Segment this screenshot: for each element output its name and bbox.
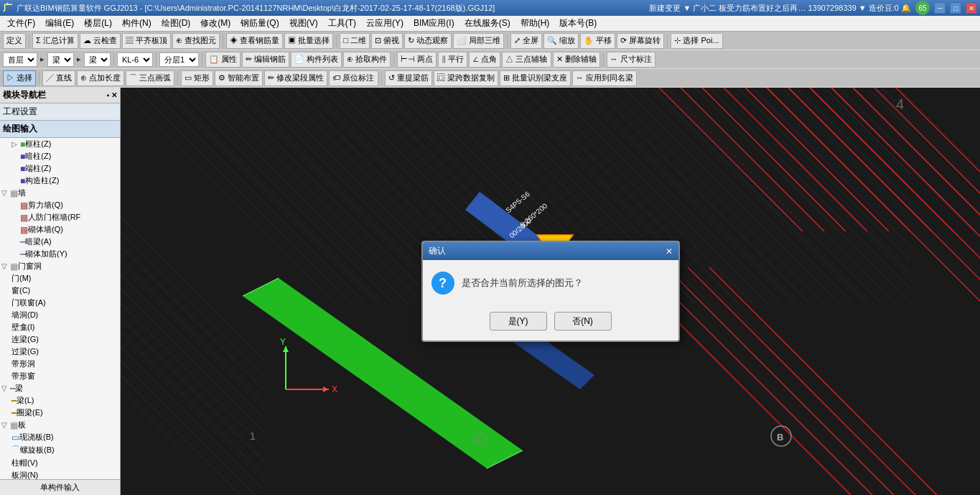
tree-door[interactable]: 门(M)	[0, 272, 120, 284]
menu-layer[interactable]: 楼层(L)	[80, 16, 116, 31]
menu-edit[interactable]: 编辑(E)	[41, 16, 78, 31]
menu-modify[interactable]: 修改(M)	[196, 16, 235, 31]
close-button[interactable]: ✕	[966, 2, 977, 14]
dialog-yes-button[interactable]: 是(Y)	[490, 312, 547, 330]
three-point-aux-button[interactable]: △ 三点辅轴	[502, 52, 551, 68]
view-rebar-button[interactable]: ◈ 查看钢筋量	[226, 33, 283, 49]
apply-same-button[interactable]: ↔ 应用到同名梁	[572, 70, 637, 86]
find-element-button[interactable]: ⊕ 查找图元	[172, 33, 220, 49]
zoom-button[interactable]: 🔍 缩放	[543, 33, 579, 49]
menu-help[interactable]: 帮助(H)	[516, 16, 554, 31]
tree-shear-wall[interactable]: ▩ 剪力墙(Q)	[0, 199, 120, 211]
menu-online[interactable]: 在线服务(S)	[460, 16, 515, 31]
title-bar-right[interactable]: 新建变更 ▼ 广小二 板受力筋布置好之后再… 13907298339 ▼ 造价豆…	[649, 1, 977, 15]
select-button[interactable]: ▷ 选择	[3, 70, 36, 86]
cloud-check-button[interactable]: ☁ 云检查	[80, 33, 121, 49]
tree-niche[interactable]: 壁龛(I)	[0, 321, 120, 333]
tree-beam[interactable]: ━ 梁(L)	[0, 394, 120, 407]
delete-aux-button[interactable]: ✕ 删除辅轴	[553, 52, 600, 68]
screen-rotate-button[interactable]: ⟳ 屏幕旋转	[617, 33, 664, 49]
tree-slab-hole[interactable]: 板洞(N)	[0, 469, 120, 479]
tree-ring-beam[interactable]: ━ 圈梁(E)	[0, 407, 120, 419]
tree-column[interactable]: ▷ ■ 框柱(Z)	[0, 138, 120, 150]
sep-t3b	[177, 72, 178, 85]
type-select[interactable]: 梁	[47, 52, 74, 67]
property-button[interactable]: 📋 属性	[205, 52, 241, 68]
tree-over-beam[interactable]: 过梁(G)	[0, 346, 120, 358]
tree-masonry-rebar[interactable]: ━ 砌体加筋(Y)	[0, 248, 120, 260]
menu-bim[interactable]: BIM应用(I)	[409, 16, 459, 31]
copy-span-button[interactable]: ⿴ 梁跨数据复制	[434, 70, 498, 86]
top-view-button[interactable]: ⊡ 俯视	[371, 33, 403, 49]
tree-slab-section[interactable]: ▽ ▦ 板	[0, 419, 120, 431]
tree-col-cap[interactable]: 柱帽(V)	[0, 457, 120, 469]
tree-hidden-beam[interactable]: ━ 暗梁(A)	[0, 236, 120, 248]
nav-icons[interactable]: ▪ ✕	[107, 91, 117, 99]
parallel-button[interactable]: ∥ 平行	[438, 52, 467, 68]
calculate-button[interactable]: Σ 汇总计算	[32, 33, 78, 49]
dynamic-obs-button[interactable]: ↻ 动态观察	[404, 33, 452, 49]
menu-tools[interactable]: 工具(T)	[324, 16, 360, 31]
2d-button[interactable]: □ 二维	[340, 33, 370, 49]
origin-label-button[interactable]: 🏷 原位标注	[329, 70, 378, 86]
dimension-button[interactable]: ↔ 尺寸标注	[607, 52, 655, 68]
menu-draw[interactable]: 绘图(D)	[157, 16, 195, 31]
batch-select-button[interactable]: ▣ 批量选择	[284, 33, 333, 49]
floor-select[interactable]: 首层	[3, 52, 37, 67]
level-top-button[interactable]: ▤ 平齐板顶	[122, 33, 171, 49]
batch-id-button[interactable]: ⊞ 批量识别梁支座	[500, 70, 571, 86]
sublevel-select[interactable]: 分层1	[159, 52, 199, 67]
tree-door-window[interactable]: ▽ ▦ 门窗洞	[0, 260, 120, 272]
menu-view[interactable]: 视图(V)	[285, 16, 322, 31]
line-button[interactable]: ╱ 直线	[42, 70, 75, 86]
bs-icon: ━	[10, 384, 15, 394]
tree-spiral-slab[interactable]: ⌒ 螺旋板(B)	[0, 443, 120, 457]
menu-steel[interactable]: 钢筋量(Q)	[236, 16, 283, 31]
tree-window[interactable]: 窗(C)	[0, 284, 120, 297]
name-select[interactable]: KL-6	[117, 52, 153, 67]
tree-masonry[interactable]: ▩ 砌体墙(Q)	[0, 223, 120, 236]
dialog-no-button[interactable]: 否(N)	[554, 312, 612, 330]
sep-t2a	[113, 53, 114, 66]
smart-layout-button[interactable]: ⚙ 智能布置	[215, 70, 263, 86]
tree-wall-hole[interactable]: 墙洞(D)	[0, 309, 120, 321]
fullscreen-button[interactable]: ⤢ 全屏	[510, 33, 542, 49]
tree-strip-window[interactable]: 带形窗	[0, 370, 120, 382]
arc-button[interactable]: ⌒ 三点画弧	[126, 70, 174, 86]
tree-wall[interactable]: ▽ ▦ 墙	[0, 187, 120, 199]
dialog-close-icon[interactable]: ✕	[666, 246, 673, 256]
menu-file[interactable]: 文件(F)	[3, 16, 39, 31]
repick-rebar-button[interactable]: ↺ 重提梁筋	[385, 70, 432, 86]
single-element-input[interactable]: 单构件输入	[0, 479, 120, 495]
point-length-button[interactable]: ⊕ 点加长度	[77, 70, 124, 86]
tree-beam-section[interactable]: ▽ ━ 梁	[0, 382, 120, 394]
menu-version[interactable]: 版本号(B)	[555, 16, 601, 31]
select-poi-button[interactable]: ⊹ 选择 Poi...	[671, 33, 722, 49]
edit-rebar-button[interactable]: ✏ 编辑钢筋	[242, 52, 289, 68]
rect-button[interactable]: ▭ 矩形	[181, 70, 213, 86]
tree-door-window-combo[interactable]: 门联窗(A)	[0, 297, 120, 309]
maximize-button[interactable]: □	[950, 2, 961, 14]
element-list-button[interactable]: 📄 构件列表	[291, 52, 342, 68]
canvas-area[interactable]: Y X S4P5-S6 8.260*200 00/2000 + B 4 1	[121, 88, 980, 495]
tree-cast-slab[interactable]: ▭ 现浇板(B)	[0, 431, 120, 443]
tree-dark-col[interactable]: ■ 暗柱(Z)	[0, 150, 120, 162]
pan-button[interactable]: ✋ 平移	[580, 33, 615, 49]
tree-end-col[interactable]: ■ 端柱(Z)	[0, 162, 120, 175]
tree-civil-def[interactable]: ▩ 人防门框墙(RF	[0, 211, 120, 223]
modify-beam-button[interactable]: ✏ 修改梁段属性	[264, 70, 327, 86]
two-point-button[interactable]: ⊢⊣ 两点	[397, 52, 437, 68]
element-select[interactable]: 梁	[84, 52, 111, 67]
drawing-input[interactable]: 绘图输入	[0, 121, 120, 138]
tree-struct-col[interactable]: ■ 构造柱(Z)	[0, 175, 120, 187]
tree-strip-hole[interactable]: 带形洞	[0, 358, 120, 370]
local-3d-button[interactable]: ⬜ 局部三维	[453, 33, 504, 49]
project-settings[interactable]: 工程设置	[0, 103, 120, 121]
define-button[interactable]: 定义	[3, 33, 26, 49]
menu-cloud[interactable]: 云应用(Y)	[362, 16, 408, 31]
tree-coupling-beam[interactable]: 连梁(G)	[0, 333, 120, 346]
point-angle-button[interactable]: ∠ 点角	[469, 52, 500, 68]
minimize-button[interactable]: ─	[934, 2, 946, 14]
pick-element-button[interactable]: ⊕ 拾取构件	[343, 52, 391, 68]
menu-element[interactable]: 构件(N)	[118, 16, 156, 31]
